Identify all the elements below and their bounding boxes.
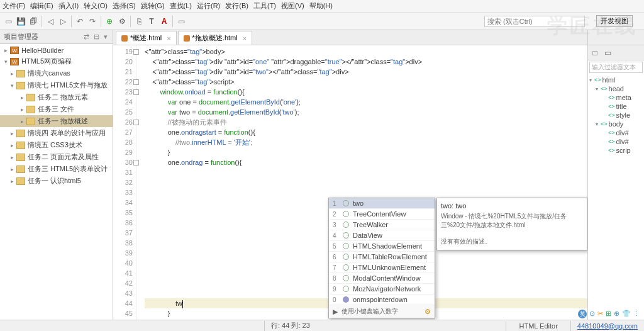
menu-item[interactable]: 选择(S) [113, 1, 136, 11]
tree-item[interactable]: ▾情境七 HTML5文件与拖放 [0, 79, 113, 91]
menu-item[interactable]: 插入(I) [58, 1, 79, 11]
redo-icon[interactable]: ↷ [87, 16, 98, 27]
ac-item[interactable]: 4DataView [329, 230, 435, 241]
back-icon[interactable]: ◁ [45, 16, 56, 27]
tray-icons[interactable]: 英 ⊙✂⊞⊕👕⋮ [578, 310, 640, 318]
outline-item[interactable]: ▾<>html [589, 76, 643, 84]
menu-item[interactable]: 运行(R) [197, 1, 220, 11]
outline-item[interactable]: <>div# [589, 128, 643, 137]
cursor-pos: 行: 44 列: 23 [265, 321, 316, 330]
editor-mode: HTML Editor [506, 322, 570, 330]
toolbar: ▭ 💾 🗐 ◁ ▷ ↶ ↷ ⊕ ⚙ ⎘ T A ▭ 开发视图 [0, 13, 644, 30]
tree-item[interactable]: ▾WHTML5网页编程 [0, 55, 113, 67]
menu-item[interactable]: 文件(F) [3, 1, 25, 11]
ac-item[interactable]: 9MozNavigatorNetwork [329, 284, 435, 295]
email-link[interactable]: 44810049@qq.com [571, 322, 644, 330]
ol-i1[interactable]: □ [589, 47, 601, 59]
dev-view-button[interactable]: 开发视图 [596, 15, 633, 27]
cfg-icon[interactable]: ⚙ [116, 16, 128, 27]
autocomplete-popup[interactable]: 1two2TreeContentView3TreeWalker4DataView… [328, 198, 435, 318]
tree-item[interactable]: ▸任务三 HTML5的表单设计 [0, 163, 113, 175]
search-input[interactable] [484, 16, 585, 27]
fwd-icon[interactable]: ▷ [57, 16, 69, 27]
project-panel: 项目管理器 ⇄ ⊟ ▾ ▸WHelloHBuilder▾WHTML5网页编程▸情… [0, 30, 113, 320]
menubar: 文件(F)编辑(E)插入(I)转义(O)选择(S)跳转(G)查找(L)运行(R)… [0, 0, 644, 13]
project-tree[interactable]: ▸WHelloHBuilder▾WHTML5网页编程▸情境六canvas▾情境七… [0, 44, 113, 320]
ac-item[interactable]: 5HTMLShadowElement [329, 241, 435, 252]
tree-item[interactable]: ▸任务二 拖放元素 [0, 91, 113, 103]
ac-item[interactable]: 8ModalContentWindow [329, 273, 435, 284]
statusbar: 行: 44 列: 23 HTML Editor 44810049@qq.com [0, 320, 644, 331]
menu-item[interactable]: 编辑(E) [30, 1, 53, 11]
ac-item[interactable]: 6HTMLTableRowElement [329, 252, 435, 262]
ac-item[interactable]: 3TreeWalker [329, 220, 435, 230]
tree-item[interactable]: ▸任务一 拖放概述 [0, 115, 113, 127]
txt-icon[interactable]: T [146, 16, 157, 27]
menu-item[interactable]: 视图(V) [281, 1, 304, 11]
menu-item[interactable]: 工具(T) [253, 1, 276, 11]
outline-item[interactable]: <>style [589, 111, 643, 120]
tree-item[interactable]: ▸WHelloHBuilder [0, 45, 113, 55]
undo-icon[interactable]: ↶ [74, 16, 86, 27]
save-icon[interactable]: 💾 [15, 16, 26, 27]
outline-item[interactable]: ▾<>head [589, 84, 643, 93]
tree-item[interactable]: ▸任务二 页面元素及属性 [0, 151, 113, 163]
ac-item[interactable]: 2TreeContentView [329, 209, 435, 220]
saveall-icon[interactable]: 🗐 [28, 16, 39, 27]
panel-tools[interactable]: ⇄ ⊟ ▾ [84, 33, 109, 41]
menu-item[interactable]: 帮助(H) [309, 1, 333, 11]
box-icon[interactable]: ▭ [175, 16, 187, 27]
tree-item[interactable]: ▸情境四 表单的设计与应用 [0, 127, 113, 139]
a-icon[interactable]: A [158, 16, 170, 27]
tree-item[interactable]: ▸任务三 文件 [0, 103, 113, 115]
new-icon[interactable]: ▭ [3, 16, 14, 27]
ac-footer: ▶使用小键盘输入数字⚙ [329, 305, 435, 318]
ol-i2[interactable]: ▭ [602, 47, 613, 59]
menu-item[interactable]: 跳转(G) [141, 1, 165, 11]
editor-tabs: *概述.html×*拖放概述.html× [113, 30, 587, 45]
run-icon[interactable]: ⊕ [104, 16, 115, 27]
close-icon[interactable]: × [243, 35, 247, 42]
outline-item[interactable]: <>scrip [589, 146, 643, 155]
menu-item[interactable]: 查找(L) [170, 1, 192, 11]
close-icon[interactable]: × [167, 35, 170, 42]
tree-item[interactable]: ▸情境五 CSS3技术 [0, 139, 113, 151]
outline-panel: □ ▭ 输入过滤器文本 ▾<>html▾<>head<>meta<>title<… [587, 30, 644, 320]
line-gutter: 1920212223242526272829303132333435363738… [113, 45, 137, 320]
outline-item[interactable]: ▾<>body [589, 120, 643, 128]
panel-header: 项目管理器 ⇄ ⊟ ▾ [0, 30, 113, 44]
outline-tree[interactable]: ▾<>html▾<>head<>meta<>title<>style▾<>bod… [588, 74, 644, 320]
editor-tab[interactable]: *拖放概述.html× [178, 31, 253, 45]
search-box [484, 16, 585, 27]
tree-item[interactable]: ▸情境六canvas [0, 67, 113, 79]
tree-item[interactable]: ▸任务一 认识html5 [0, 175, 113, 187]
ac-item[interactable]: 0onmspointerdown [329, 295, 435, 305]
editor-tab[interactable]: *概述.html× [116, 31, 177, 45]
ac-item[interactable]: 7HTMLUnknownElement [329, 262, 435, 273]
autocomplete-info: two: two Window - 情境七%20HTML5文件与拖放/任务三%2… [436, 198, 587, 250]
outline-item[interactable]: <>div# [589, 137, 643, 146]
ime-icon: 英 [578, 310, 587, 318]
ac-item[interactable]: 1two [329, 198, 435, 209]
outline-item[interactable]: <>meta [589, 93, 643, 102]
outline-item[interactable]: <>title [589, 102, 643, 111]
tag-icon[interactable]: ⎘ [133, 16, 145, 27]
outline-filter[interactable]: 输入过滤器文本 [589, 62, 643, 73]
menu-item[interactable]: 发行(B) [225, 1, 248, 11]
menu-item[interactable]: 转义(O) [84, 1, 108, 11]
